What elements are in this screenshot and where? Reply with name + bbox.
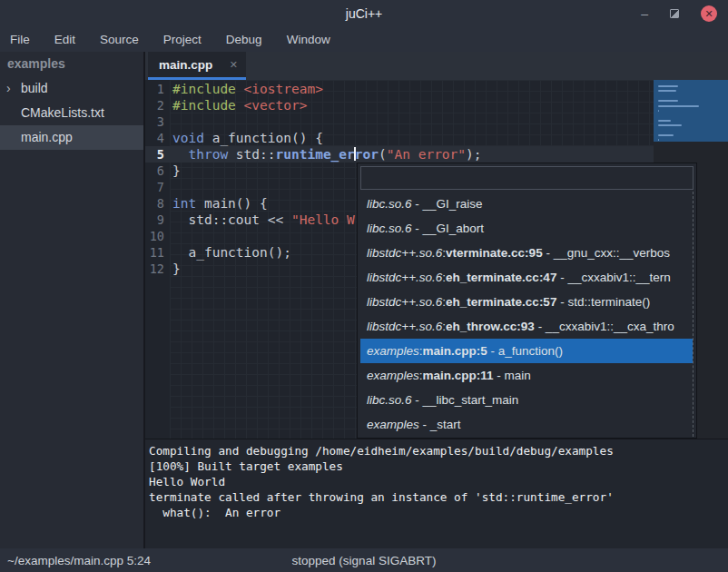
editor-column: main.cpp ✕ 1#include <iostream>2#include… [145,52,728,548]
stack-frame-6[interactable]: examples:main.cpp:5 - a_function() [360,339,693,363]
status-file-position: ~/examples/main.cpp 5:24 [0,554,151,567]
file-tree: ›buildCMakeLists.txtmain.cpp [0,76,143,150]
main-content: examples ›buildCMakeLists.txtmain.cpp ma… [0,52,728,548]
stack-frame-7[interactable]: examples:main.cpp:11 - main [360,363,693,388]
stack-frame-8[interactable]: libc.so.6 - __libc_start_main [360,388,693,412]
minimap-line [658,139,659,141]
token-pl: a_function(); [172,245,291,260]
frame-module: examples [367,369,419,382]
token-pp: #include [172,98,236,113]
minimap-line [658,105,699,107]
token-str: <iostream> [244,82,323,96]
terminal-line: Compiling and debugging /home/eidheim/ex… [149,443,728,459]
stack-frame-9[interactable]: examples - _start [360,412,693,437]
minimap-line [658,134,674,136]
stack-frame-4[interactable]: libstdc++.so.6:eh_terminate.cc:57 - std:… [360,290,693,314]
stack-frame-0[interactable]: libc.so.6 - __GI_raise [360,192,693,216]
line-text: throw std::runtime_error("An error"); [172,146,482,163]
terminal-output[interactable]: Compiling and debugging /home/eidheim/ex… [145,439,728,548]
frame-file-line: eh_terminate.cc:47 [446,271,556,284]
token-pl [236,82,244,96]
frame-module: libstdc++.so.6 [367,246,442,260]
line-number: 4 [145,130,170,146]
tab-close-icon[interactable]: ✕ [230,59,238,71]
code-line-2[interactable]: 2#include <vector> [145,97,728,113]
line-number: 10 [145,228,170,244]
line-number: 2 [145,97,170,113]
tab-label: main.cpp [159,58,212,72]
line-number: 11 [145,244,170,261]
title-bar[interactable]: juCi++ – ✕ [0,0,728,27]
token-str: "Hello W [291,212,355,227]
stack-frame-5[interactable]: libstdc++.so.6:eh_throw.cc:93 - __cxxabi… [360,314,693,339]
tab-bar: main.cpp ✕ [145,52,728,80]
line-number: 12 [145,261,170,277]
menu-item-source[interactable]: Source [100,33,139,46]
tree-item-label: build [21,81,48,95]
token-kw: int [172,196,196,211]
frame-module: libstdc++.so.6 [367,271,442,284]
menu-item-edit[interactable]: Edit [54,33,75,46]
project-name: examples [0,52,143,76]
token-pl: a_function() { [204,131,323,145]
line-number: 7 [145,179,170,195]
menu-bar: FileEditSourceProjectDebugWindow [0,27,728,52]
minimap-viewport [654,80,728,142]
line-text: #include <vector> [172,97,307,113]
line-text: std::cout << "Hello W [172,212,355,228]
token-pl: } [172,261,181,276]
window-controls: – ✕ [641,0,717,27]
token-pl: std::cout << [172,212,291,227]
frame-module: libstdc++.so.6 [367,295,442,309]
minimap-line [658,124,682,126]
frame-module: libstdc++.so.6 [367,320,442,333]
tree-item-main-cpp[interactable]: main.cpp [0,125,143,150]
frame-file-line: main.cpp:5 [423,344,487,358]
code-line-5[interactable]: 5 throw std::runtime_error("An error"); [145,146,728,163]
maximize-icon[interactable] [670,9,679,18]
frame-file-line: main.cpp:11 [423,369,494,382]
tree-item-build[interactable]: ›build [0,76,143,101]
frame-module: examples [367,344,419,358]
line-number: 9 [145,212,170,228]
menu-item-project[interactable]: Project [163,33,202,46]
chevron-right-icon[interactable]: › [6,76,11,101]
code-line-3[interactable]: 3 [145,113,728,130]
line-text: int main() { [172,195,268,212]
file-tree-sidebar: examples ›buildCMakeLists.txtmain.cpp [0,52,145,548]
tree-item-label: main.cpp [21,130,73,144]
minimize-icon[interactable]: – [641,0,648,27]
token-pp: #include [172,82,236,96]
stack-frame-2[interactable]: libstdc++.so.6:vterminate.cc:95 - __gnu_… [360,241,693,265]
stack-trace-popup: libc.so.6 - __GI_raiselibc.so.6 - __GI_a… [357,163,697,439]
minimap-line [658,85,678,87]
minimap-line [658,114,723,116]
tree-item-cmakelists-txt[interactable]: CMakeLists.txt [0,101,143,125]
line-text: } [172,261,181,277]
popup-filter-input[interactable] [360,166,694,190]
line-text: void a_function() { [172,130,323,146]
menu-item-file[interactable]: File [10,33,30,46]
terminal-line: what(): An error [149,505,728,520]
frame-module: libc.so.6 [367,222,412,235]
token-pl [236,98,244,113]
tab-main-cpp[interactable]: main.cpp ✕ [148,52,246,80]
minimap-line [658,100,678,102]
line-text: #include <iostream> [172,81,323,97]
code-line-4[interactable]: 4void a_function() { [145,130,728,146]
token-ty: runtime_er [276,147,355,162]
close-icon[interactable]: ✕ [701,5,717,22]
app-window: juCi++ – ✕ FileEditSourceProjectDebugWin… [0,0,728,572]
stack-trace-list: libc.so.6 - __GI_raiselibc.so.6 - __GI_a… [360,192,694,437]
stack-frame-1[interactable]: libc.so.6 - __GI_abort [360,216,693,241]
line-text: a_function(); [172,244,291,261]
menu-item-debug[interactable]: Debug [226,33,262,46]
code-line-1[interactable]: 1#include <iostream> [145,81,728,97]
menu-item-window[interactable]: Window [287,33,330,46]
token-pl: ( [379,147,387,162]
code-editor[interactable]: 1#include <iostream>2#include <vector>34… [145,80,728,439]
token-ty: ror [355,147,379,162]
window-title: juCi++ [0,0,728,27]
stack-frame-3[interactable]: libstdc++.so.6:eh_terminate.cc:47 - __cx… [360,265,693,290]
token-kw: void [172,131,204,145]
